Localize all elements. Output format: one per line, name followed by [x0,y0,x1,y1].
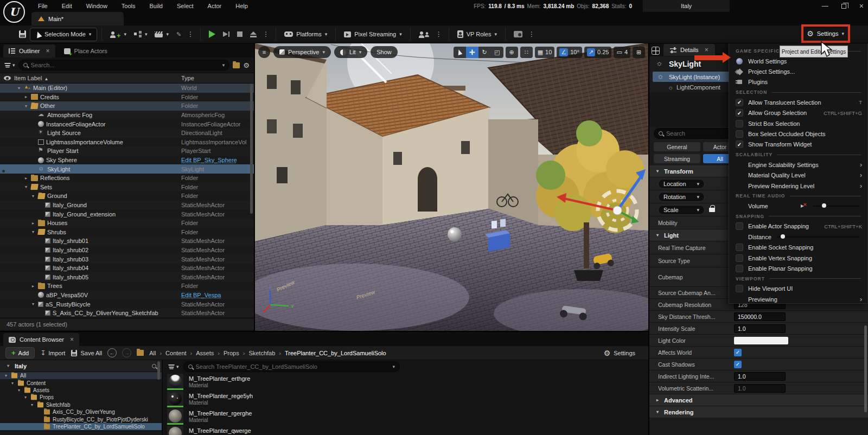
folder-tree-row[interactable]: RustyBicycle_CC_by_PiotrPjotDyderski [0,415,162,423]
breadcrumb-item[interactable]: TreePlanter_CC_by_LordSamueliSolo [285,350,386,356]
menu-checkbox[interactable] [736,285,743,292]
details-scrollbar[interactable] [864,325,867,412]
close-button[interactable]: × [859,2,864,10]
tab-place-actors[interactable]: Place Actors [59,44,113,57]
outliner-row[interactable]: ▸ReflectionsFolder [0,174,254,183]
blueprints-button[interactable]: ▾ [130,29,151,40]
property-checkbox[interactable]: ✓ [734,349,742,356]
expander-icon[interactable]: ▾ [23,184,29,189]
perspective-dropdown[interactable]: Perspective▾ [273,46,331,58]
outliner-row[interactable]: ▾OtherFolder [0,101,254,111]
scale-snap-toggle[interactable]: ↗0.25 [584,47,612,58]
save-button[interactable] [15,28,30,40]
breadcrumb-item[interactable]: Props [224,350,239,356]
collection-header[interactable]: ▾ Italy [0,360,162,372]
menubar-item-tools[interactable]: Tools [115,1,142,11]
menu-item-show-transform-widget[interactable]: ✓Show Transform Widget [729,139,867,150]
virtual-camera-button[interactable] [510,29,526,40]
add-button[interactable]: + Add [5,347,35,359]
expander-icon[interactable]: ▾ [30,194,36,199]
cinematics-button[interactable]: ▾ [151,29,173,40]
menu-item-hide-viewport-ui[interactable]: Hide Viewport UI [729,284,867,294]
expander-icon[interactable]: ▸ [30,221,36,226]
folder-tree-row[interactable]: ▾Content [0,379,162,386]
sources-scrollbar[interactable] [157,361,160,380]
scale-tool[interactable]: ◰ [491,47,503,58]
menubar-item-build[interactable]: Build [143,1,169,11]
menubar-item-help[interactable]: Help [229,1,254,11]
item-label-column-header[interactable]: Item Label▲ [14,75,181,81]
frame-skip-button[interactable] [219,29,233,39]
menu-checkbox[interactable] [736,254,743,262]
expander-icon[interactable]: ▾ [30,229,36,234]
slider-handle[interactable] [781,234,785,239]
folder-tree-row[interactable]: ▾Props [0,394,162,401]
folder-tree-row[interactable]: Axis_CC_by_OliverYeung [0,408,162,415]
restore-button[interactable] [841,4,846,9]
viewport-layout-icon[interactable] [652,47,660,55]
menu-checkbox[interactable] [736,222,743,230]
type-column-header[interactable]: Type [181,75,254,81]
content-browser-close-icon[interactable]: × [70,336,74,343]
menu-item-plugins[interactable]: Plugins [729,77,867,87]
tab-outliner[interactable]: Outliner × [3,44,55,57]
eject-button[interactable] [246,29,260,40]
details-row-light-color[interactable]: Light Color [649,335,868,347]
details-row-sky-distance-thresh-[interactable]: Sky Distance Thresh...150000.0 [649,311,868,323]
asset-row[interactable]: M_TreePlanter_qwergeMaterial [163,425,648,435]
light-color-swatch[interactable] [734,337,788,344]
expander-icon[interactable]: ▸ [30,284,36,289]
outliner-row[interactable]: Atmospheric FogAtmosphericFog [0,111,254,120]
tab-details[interactable]: Details × [663,44,715,56]
menu-item-engine-scalability-settings[interactable]: Engine Scalability Settings› [729,159,867,170]
outliner-close-icon[interactable]: × [46,47,50,55]
menu-checkbox[interactable]: ✓ [736,99,743,106]
asset-search[interactable]: ▾ [183,361,400,372]
details-row-volumetric-scatterin-[interactable]: Volumetric Scatterin...1.0 [649,382,868,394]
section-expander-icon[interactable]: ▾ [655,169,660,174]
menubar-item-actor[interactable]: Actor [201,1,228,11]
view-mode-dropdown[interactable]: Lit▾ [334,46,367,58]
actor-instance-row[interactable]: SkyLight (Instance) [653,72,738,82]
details-row-cast-shadows[interactable]: Cast Shadows✓ [649,359,868,370]
folder-tree-row[interactable]: ▾Sketchfab [0,401,162,408]
property-input[interactable]: 1.0 [734,372,786,381]
tree-expander-icon[interactable]: ▾ [29,402,35,407]
outliner-row[interactable]: aBP_Vespa50VEdit BP_Vespa [0,291,254,300]
outliner-row[interactable]: LightmassImportanceVolumeLightmassImport… [0,138,254,147]
sources-search-icon[interactable] [152,364,156,368]
add-actor-button[interactable]: +▾ [106,27,130,42]
folder-tree-row[interactable]: ▾All [0,372,162,379]
tree-expander-icon[interactable]: ▾ [3,373,9,378]
menu-item-allow-translucent-selection[interactable]: ✓Allow Translucent SelectionT [729,97,867,107]
property-input[interactable]: 1.0 [734,324,786,333]
details-row-affects-world[interactable]: Affects World✓ [649,347,868,359]
play-button[interactable] [205,28,219,40]
menu-item-distance[interactable]: Distance [729,232,867,242]
menu-checkbox[interactable]: ✓ [736,109,743,117]
menu-checkbox[interactable] [736,120,743,127]
menu-item-preview-rendering-level[interactable]: Preview Rendering Level› [729,181,867,191]
outliner-row[interactable]: ▾GroundFolder [0,191,254,201]
outliner-row[interactable]: ▾aS_RustyBicycleStaticMeshActor [0,299,254,309]
outliner-row[interactable]: ▾ShrubsFolder [0,228,254,237]
details-row-indirect-lighting-inte-[interactable]: Indirect Lighting Inte...1.0 [649,370,868,382]
select-tool[interactable] [454,47,466,58]
world-coordinate-toggle[interactable]: ⊕ [506,47,518,58]
expander-icon[interactable]: ▾ [16,86,22,91]
outliner-row[interactable]: ▸TreesFolder [0,282,254,291]
outliner-row[interactable]: InstancedFoliageActorInstancedFoliageAct… [0,119,254,129]
slider-handle[interactable] [822,203,826,208]
breadcrumb-item[interactable]: Content [165,350,187,356]
breadcrumb-item[interactable]: All [149,350,156,356]
tree-expander-icon[interactable]: ▾ [23,395,28,400]
maximize-viewport-button[interactable]: ⊞ [633,47,645,58]
outliner-row[interactable]: SkyLightSkyLight [0,164,254,174]
outliner-row[interactable]: Light SourceDirectionalLight [0,129,254,138]
transform-rotation-dropdown[interactable]: Rotation▾ [658,192,705,202]
menu-item-strict-box-selection[interactable]: Strict Box Selection [729,118,867,129]
asset-search-input[interactable] [196,363,390,370]
outliner-row[interactable]: S_Axis_CC_by_OliverYeung_SketchfabStatic… [0,309,254,318]
menu-item-project-settings-[interactable]: Project Settings... [729,66,867,76]
grid-snap-toggle[interactable]: ▦10 [535,47,555,58]
